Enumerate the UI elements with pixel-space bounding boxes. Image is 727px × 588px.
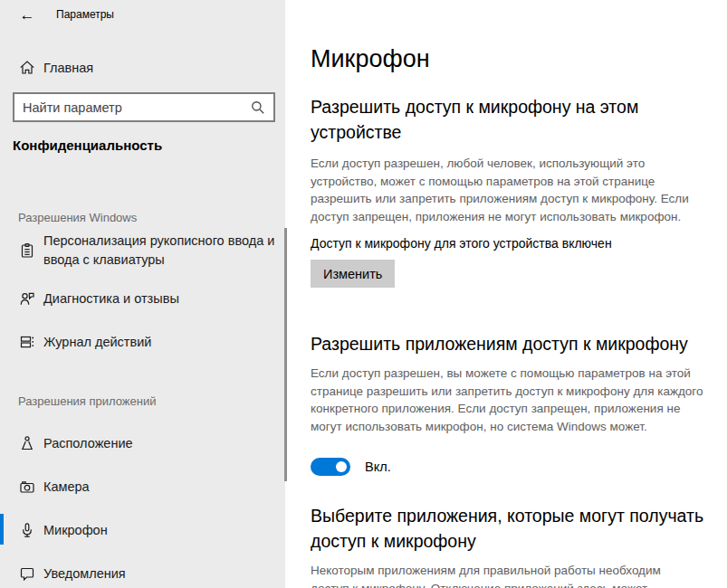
window-title: Параметры [56,8,114,21]
sidebar-item-notifications[interactable]: Уведомления [0,559,285,588]
camera-icon [18,478,36,496]
microphone-icon [18,521,36,539]
home-icon [18,59,36,77]
sidebar-item-camera[interactable]: Камера [0,472,285,501]
change-button[interactable]: Изменить [311,260,395,288]
sidebar-item-diagnostics[interactable]: Диагностика и отзывы [0,284,285,313]
sidebar-item-label: Персонализация рукописного ввода и ввода… [43,232,274,270]
settings-sidebar: ← Параметры Главная Конфиденциальность Р… [0,0,285,588]
notifications-icon [18,564,36,583]
section-label-app-permissions: Разрешения приложений [18,394,156,408]
search-icon [248,98,268,118]
settings-search-box[interactable] [13,92,275,122]
sidebar-item-activity-history[interactable]: Журнал действий [0,327,285,356]
section-label-windows-permissions: Разрешения Windows [18,211,137,224]
back-arrow-icon: ← [20,6,35,24]
sidebar-item-label: Главная [43,59,93,78]
device-access-status: Доступ к микрофону для этого устройства … [311,236,612,251]
privacy-root-label: Конфиденциальность [13,138,162,153]
activity-history-icon [18,333,36,351]
search-input[interactable] [14,100,248,115]
choose-apps-description: Некоторым приложениям для правильной раб… [311,562,727,588]
sidebar-item-home[interactable]: Главная [0,52,285,84]
sidebar-item-location[interactable]: Расположение [0,429,285,458]
back-button[interactable]: ← [13,4,42,27]
location-icon [18,434,36,452]
sidebar-item-microphone[interactable]: Микрофон [0,516,285,545]
app-access-toggle-row: Вкл. [311,458,391,476]
toggle-knob [336,461,347,472]
toggle-state-label: Вкл. [365,460,391,474]
app-access-heading: Разрешить приложениям доступ к микрофону [311,331,727,356]
sidebar-item-ink-typing[interactable]: Персонализация рукописного ввода и ввода… [0,232,285,271]
sidebar-item-label: Уведомления [43,564,126,583]
sidebar-item-label: Диагностика и отзывы [43,289,179,308]
device-access-heading: Разрешить доступ к микрофону на этом уст… [311,94,727,145]
sidebar-item-label: Расположение [43,434,133,453]
ink-typing-icon [18,242,36,260]
sidebar-item-label: Микрофон [43,521,108,540]
app-access-description: Если доступ разрешен, вы можете с помощь… [311,365,727,435]
sidebar-scrollbar-thumb[interactable] [284,228,287,481]
device-access-description: Если доступ разрешен, любой человек, исп… [311,155,727,225]
sidebar-item-label: Журнал действий [43,333,151,352]
microphone-access-toggle[interactable] [311,458,350,476]
diagnostics-feedback-icon [18,289,36,308]
sidebar-item-label: Камера [43,478,90,497]
page-title: Микрофон [311,45,430,73]
choose-apps-heading: Выберите приложения, которые могут получ… [311,503,727,554]
